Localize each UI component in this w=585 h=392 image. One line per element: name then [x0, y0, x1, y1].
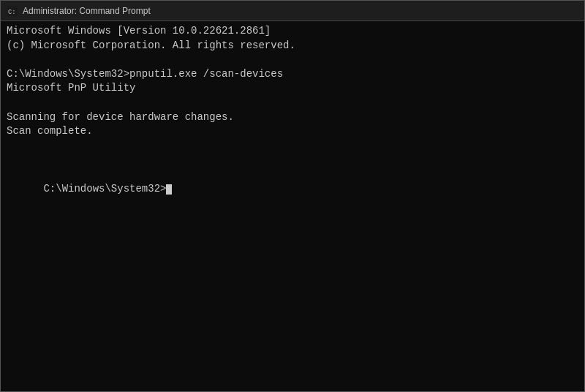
prompt-line: C:\Windows\System32>	[7, 167, 578, 211]
cmd-icon: C:	[7, 5, 18, 17]
terminal-body[interactable]: Microsoft Windows [Version 10.0.22621.28…	[1, 21, 584, 391]
title-bar-text: Administrator: Command Prompt	[23, 6, 578, 16]
terminal-line: Scanning for device hardware changes.	[7, 110, 578, 125]
cursor	[166, 184, 172, 195]
terminal-line: (c) Microsoft Corporation. All rights re…	[7, 39, 578, 53]
blank-line	[7, 139, 578, 154]
blank-line	[7, 153, 578, 167]
terminal-line: C:\Windows\System32>pnputil.exe /scan-de…	[7, 67, 578, 82]
terminal-line: Microsoft Windows [Version 10.0.22621.28…	[7, 24, 578, 39]
blank-line	[7, 96, 578, 110]
terminal-line: Microsoft PnP Utility	[7, 81, 578, 96]
svg-text:C:: C:	[8, 8, 16, 15]
blank-line	[7, 53, 578, 67]
terminal-line: Scan complete.	[7, 124, 578, 139]
title-bar: C: Administrator: Command Prompt	[1, 1, 584, 21]
cmd-window: C: Administrator: Command Prompt Microso…	[0, 0, 585, 392]
